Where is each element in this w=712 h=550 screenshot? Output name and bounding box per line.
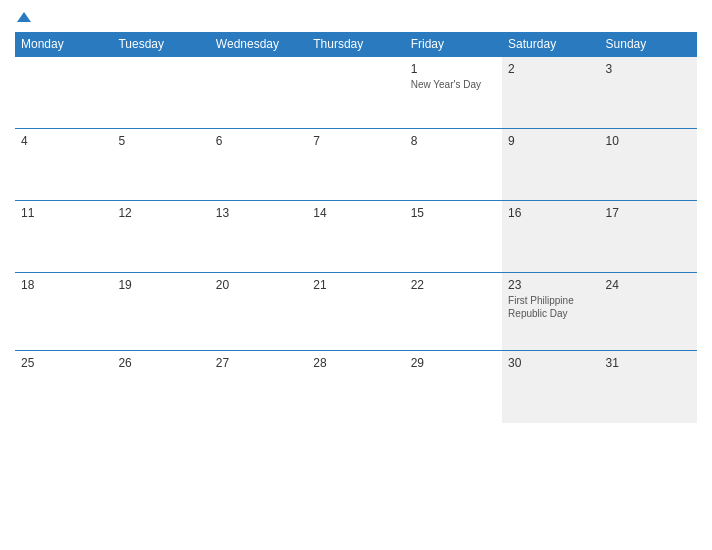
day-number: 9 xyxy=(508,134,593,148)
day-number: 29 xyxy=(411,356,496,370)
day-cell xyxy=(15,57,112,129)
day-cell xyxy=(307,57,404,129)
day-cell: 11 xyxy=(15,201,112,273)
day-number: 4 xyxy=(21,134,106,148)
day-cell: 17 xyxy=(600,201,697,273)
day-number: 11 xyxy=(21,206,106,220)
weekday-header-saturday: Saturday xyxy=(502,32,599,57)
week-row-1: 1New Year's Day23 xyxy=(15,57,697,129)
week-row-4: 181920212223First Philippine Republic Da… xyxy=(15,273,697,351)
day-cell: 22 xyxy=(405,273,502,351)
day-cell: 7 xyxy=(307,129,404,201)
day-cell: 29 xyxy=(405,351,502,423)
day-cell: 8 xyxy=(405,129,502,201)
weekday-header-wednesday: Wednesday xyxy=(210,32,307,57)
day-number: 14 xyxy=(313,206,398,220)
day-number: 19 xyxy=(118,278,203,292)
day-cell: 25 xyxy=(15,351,112,423)
weekday-header-tuesday: Tuesday xyxy=(112,32,209,57)
day-cell: 16 xyxy=(502,201,599,273)
day-cell xyxy=(112,57,209,129)
day-cell: 30 xyxy=(502,351,599,423)
day-number: 25 xyxy=(21,356,106,370)
day-cell: 21 xyxy=(307,273,404,351)
day-number: 8 xyxy=(411,134,496,148)
day-cell: 12 xyxy=(112,201,209,273)
weekday-header-sunday: Sunday xyxy=(600,32,697,57)
day-number: 26 xyxy=(118,356,203,370)
day-number: 27 xyxy=(216,356,301,370)
event-label: New Year's Day xyxy=(411,78,496,91)
weekday-header-thursday: Thursday xyxy=(307,32,404,57)
day-cell: 26 xyxy=(112,351,209,423)
day-cell: 24 xyxy=(600,273,697,351)
day-cell: 10 xyxy=(600,129,697,201)
day-number: 12 xyxy=(118,206,203,220)
day-number: 10 xyxy=(606,134,691,148)
day-cell: 20 xyxy=(210,273,307,351)
week-row-5: 25262728293031 xyxy=(15,351,697,423)
day-number: 20 xyxy=(216,278,301,292)
day-number: 22 xyxy=(411,278,496,292)
day-cell: 2 xyxy=(502,57,599,129)
week-row-2: 45678910 xyxy=(15,129,697,201)
event-label: First Philippine Republic Day xyxy=(508,294,593,320)
day-cell: 5 xyxy=(112,129,209,201)
day-cell: 31 xyxy=(600,351,697,423)
day-number: 18 xyxy=(21,278,106,292)
day-cell: 14 xyxy=(307,201,404,273)
header xyxy=(15,10,697,26)
day-number: 5 xyxy=(118,134,203,148)
logo xyxy=(15,10,31,26)
day-cell: 23First Philippine Republic Day xyxy=(502,273,599,351)
calendar-container: MondayTuesdayWednesdayThursdayFridaySatu… xyxy=(0,0,712,550)
country-label xyxy=(607,10,697,16)
day-cell xyxy=(210,57,307,129)
day-number: 17 xyxy=(606,206,691,220)
day-cell: 27 xyxy=(210,351,307,423)
day-number: 30 xyxy=(508,356,593,370)
day-number: 31 xyxy=(606,356,691,370)
week-row-3: 11121314151617 xyxy=(15,201,697,273)
weekday-header-row: MondayTuesdayWednesdayThursdayFridaySatu… xyxy=(15,32,697,57)
day-cell: 6 xyxy=(210,129,307,201)
day-number: 28 xyxy=(313,356,398,370)
day-cell: 19 xyxy=(112,273,209,351)
day-number: 2 xyxy=(508,62,593,76)
weekday-header-friday: Friday xyxy=(405,32,502,57)
calendar-table: MondayTuesdayWednesdayThursdayFridaySatu… xyxy=(15,32,697,423)
day-number: 3 xyxy=(606,62,691,76)
day-cell: 4 xyxy=(15,129,112,201)
day-number: 13 xyxy=(216,206,301,220)
day-number: 15 xyxy=(411,206,496,220)
day-number: 6 xyxy=(216,134,301,148)
day-number: 21 xyxy=(313,278,398,292)
day-cell: 13 xyxy=(210,201,307,273)
weekday-header-monday: Monday xyxy=(15,32,112,57)
day-cell: 15 xyxy=(405,201,502,273)
logo-text xyxy=(15,10,31,26)
day-number: 16 xyxy=(508,206,593,220)
day-number: 23 xyxy=(508,278,593,292)
day-cell: 28 xyxy=(307,351,404,423)
day-cell: 1New Year's Day xyxy=(405,57,502,129)
logo-triangle-icon xyxy=(17,12,31,22)
day-number: 1 xyxy=(411,62,496,76)
day-number: 7 xyxy=(313,134,398,148)
day-cell: 3 xyxy=(600,57,697,129)
day-cell: 9 xyxy=(502,129,599,201)
day-cell: 18 xyxy=(15,273,112,351)
day-number: 24 xyxy=(606,278,691,292)
